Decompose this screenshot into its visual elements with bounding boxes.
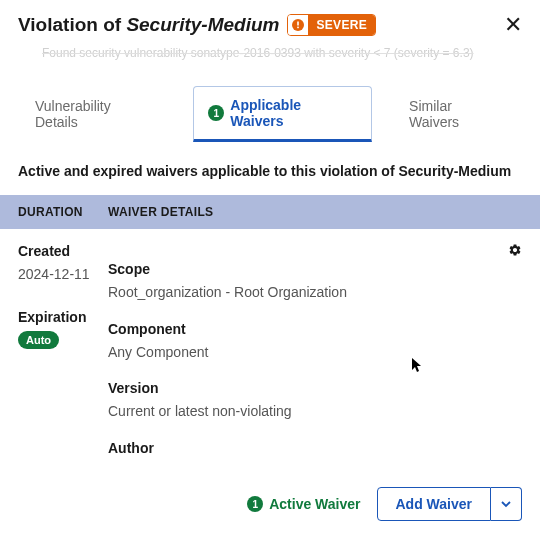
- add-waiver-button[interactable]: Add Waiver: [377, 487, 492, 521]
- waiver-row: Created 2024-12-11 Expiration Auto Scope…: [0, 229, 540, 459]
- tab-count-badge: 1: [208, 105, 224, 121]
- footer-bar: 1 Active Waiver Add Waiver: [0, 475, 540, 533]
- column-header-duration: DURATION: [18, 205, 108, 219]
- severity-badge: SEVERE: [287, 14, 376, 36]
- active-waiver-status: 1 Active Waiver: [247, 496, 360, 512]
- expiration-auto-pill: Auto: [18, 331, 59, 349]
- svg-rect-1: [298, 22, 300, 26]
- svg-rect-2: [298, 27, 300, 29]
- section-heading: Active and expired waivers applicable to…: [0, 143, 540, 195]
- scope-label: Scope: [108, 261, 522, 277]
- alert-icon: [288, 15, 308, 35]
- created-label: Created: [18, 243, 108, 259]
- tab-vulnerability-details[interactable]: Vulnerability Details: [20, 86, 171, 142]
- add-waiver-dropdown-button[interactable]: [491, 487, 522, 521]
- author-label: Author: [108, 440, 522, 456]
- component-label: Component: [108, 321, 522, 337]
- version-value: Current or latest non-violating: [108, 402, 522, 422]
- component-value: Any Component: [108, 343, 522, 363]
- close-icon: ✕: [504, 12, 522, 37]
- tab-bar: Vulnerability Details 1 Applicable Waive…: [0, 86, 540, 143]
- tab-similar-waivers[interactable]: Similar Waivers: [394, 86, 520, 142]
- truncated-finding-text: Found security vulnerability sonatype-20…: [0, 46, 540, 60]
- status-count-badge: 1: [247, 496, 263, 512]
- expiration-label: Expiration: [18, 309, 108, 325]
- scope-value: Root_organization - Root Organization: [108, 283, 522, 303]
- close-button[interactable]: ✕: [504, 14, 522, 36]
- created-value: 2024-12-11: [18, 265, 108, 285]
- gear-icon[interactable]: [508, 243, 522, 260]
- caret-down-icon: [501, 497, 511, 512]
- version-label: Version: [108, 380, 522, 396]
- page-title: Violation of Security-Medium: [18, 14, 279, 36]
- table-header: DURATION WAIVER DETAILS: [0, 195, 540, 229]
- tab-applicable-waivers[interactable]: 1 Applicable Waivers: [193, 86, 372, 142]
- column-header-details: WAIVER DETAILS: [108, 205, 522, 219]
